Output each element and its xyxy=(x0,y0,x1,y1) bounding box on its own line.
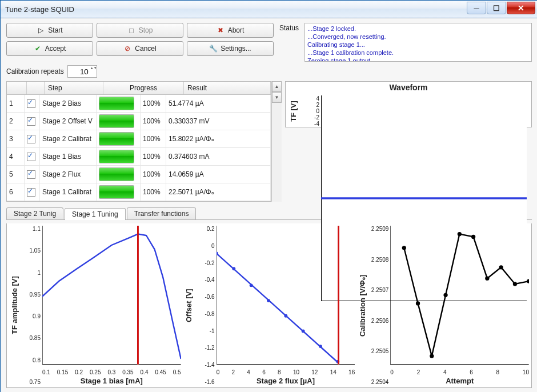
plot-0-xlabel: Stage 1 bias [mA] xyxy=(42,375,181,385)
row-step: Stage 2 Calibrat xyxy=(40,130,97,147)
col-progress-header: Progress xyxy=(103,82,184,94)
row-step: Stage 2 Offset V xyxy=(40,113,97,130)
row-result: 0.330337 mV xyxy=(166,113,271,130)
status-line: ...Stage 1 calibration complete. xyxy=(307,49,529,57)
scroll-up-icon[interactable]: ▲ xyxy=(272,81,282,92)
plot-1-xlabel: Stage 2 flux [µA] xyxy=(217,375,355,385)
tab-stage-2-tunig[interactable]: Stage 2 Tunig xyxy=(6,207,63,219)
svg-point-10 xyxy=(249,283,253,287)
col-step-header: Step xyxy=(45,82,103,94)
settings-button[interactable]: 🔧 Settings... xyxy=(187,41,274,56)
svg-point-28 xyxy=(527,279,529,283)
waveform-title: Waveform xyxy=(286,82,531,93)
plot-0-yticks: 1.11.0510.950.90.850.80.75 xyxy=(20,226,42,385)
row-checkbox[interactable] xyxy=(27,170,35,179)
row-index: 1 xyxy=(7,95,25,112)
accept-button[interactable]: ✔ Accept xyxy=(6,41,93,56)
svg-point-25 xyxy=(486,277,490,281)
table-row: 3 Stage 2 Calibrat 100% 15.8022 µA/Φₒ xyxy=(7,130,271,148)
svg-point-27 xyxy=(513,282,517,286)
row-result: 51.4774 µA xyxy=(166,95,271,112)
col-check-header xyxy=(27,82,45,94)
waveform-yticks: 420-2-4 xyxy=(299,95,321,127)
row-checkbox[interactable] xyxy=(27,188,35,197)
waveform-ylabel: TF [V] xyxy=(288,95,299,127)
abort-button[interactable]: ✖ Abort xyxy=(187,23,274,38)
svg-point-20 xyxy=(416,301,420,305)
table-row: 5 Stage 2 Flux 100% 14.0659 µA xyxy=(7,166,271,183)
svg-point-19 xyxy=(402,246,406,250)
plot-1-xticks: 0246810121416 xyxy=(217,368,355,375)
plot-0-ylabel: TF amplitude [V] xyxy=(9,226,20,385)
row-result: 15.8022 µA/Φₒ xyxy=(166,130,271,147)
row-index: 4 xyxy=(7,148,25,165)
start-button-label: Start xyxy=(48,26,62,34)
row-index: 2 xyxy=(7,113,25,130)
accept-button-label: Accept xyxy=(45,45,66,53)
svg-point-26 xyxy=(499,265,503,269)
repeats-spinner[interactable]: ▲▼ xyxy=(90,66,96,75)
plot-1-ylabel: Offset [V] xyxy=(183,226,194,385)
table-row: 6 Stage 1 Calibrat 100% 22.5071 µA/Φₒ xyxy=(7,183,271,201)
row-index: 5 xyxy=(7,166,25,183)
scroll-down-icon[interactable]: ▼ xyxy=(272,92,282,103)
plot-1: Offset [V] 0.20-0.2-0.4-0.6-0.8-1-1.2-1.… xyxy=(183,226,355,385)
status-label: Status xyxy=(277,23,301,32)
status-line: Calibrating stage 1... xyxy=(307,41,529,49)
plot-0: TF amplitude [V] 1.11.0510.950.90.850.80… xyxy=(9,226,181,385)
row-checkbox[interactable] xyxy=(27,117,35,126)
play-icon: ▷ xyxy=(37,26,45,34)
row-progress-pct: 100% xyxy=(141,130,166,147)
svg-point-14 xyxy=(319,345,322,348)
row-step: Stage 2 Bias xyxy=(40,95,97,112)
abort-button-label: Abort xyxy=(228,26,245,34)
cancel-icon: ⊘ xyxy=(123,45,131,53)
svg-point-12 xyxy=(284,314,287,318)
cancel-button-label: Cancel xyxy=(135,45,156,53)
check-icon: ✔ xyxy=(34,45,42,53)
svg-point-23 xyxy=(458,232,462,236)
row-step: Stage 1 Calibrat xyxy=(40,183,97,201)
status-line: ...Converged, now resetting. xyxy=(307,33,529,41)
plot-0-canvas xyxy=(42,226,181,368)
titlebar: Tune 2-stage SQUID ─ ☐ ✕ xyxy=(1,1,537,18)
svg-point-21 xyxy=(430,354,434,358)
close-button[interactable]: ✕ xyxy=(507,2,535,14)
row-progress-pct: 100% xyxy=(141,95,166,112)
tab-transfer-functions[interactable]: Transfer functions xyxy=(127,207,197,219)
table-row: 2 Stage 2 Offset V 100% 0.330337 mV xyxy=(7,113,271,130)
plot-2: Calibration [V/Φₒ] 2.25092.25082.25072.2… xyxy=(357,226,529,385)
waveform-plot xyxy=(321,95,527,110)
svg-point-11 xyxy=(267,299,270,302)
stop-button[interactable]: ◻ Stop xyxy=(97,23,183,38)
plot-2-yticks: 2.25092.25082.25072.25062.25052.2504 xyxy=(368,226,390,385)
plot-1-yticks: 0.20-0.2-0.4-0.6-0.8-1-1.2-1.4-1.6 xyxy=(194,226,217,385)
maximize-button[interactable]: ☐ xyxy=(487,2,506,14)
svg-point-13 xyxy=(301,330,304,333)
tab-stage-1-tuning[interactable]: Stage 1 Tuning xyxy=(65,208,126,220)
plot-2-canvas xyxy=(390,226,529,368)
stop-icon: ◻ xyxy=(127,26,135,34)
row-progress-bar xyxy=(99,185,134,199)
status-line: Zeroing stage 1 output... xyxy=(307,57,529,62)
row-step: Stage 1 Bias xyxy=(40,148,97,165)
status-line: ...Stage 2 locked. xyxy=(307,25,529,33)
row-progress-bar xyxy=(99,97,134,110)
svg-point-22 xyxy=(444,293,448,297)
row-progress-pct: 100% xyxy=(141,113,166,130)
col-index-header xyxy=(7,82,27,94)
row-result: 22.5071 µA/Φₒ xyxy=(166,183,271,201)
row-progress-pct: 100% xyxy=(141,183,166,201)
row-result: 0.374603 mA xyxy=(166,148,271,165)
row-checkbox[interactable] xyxy=(27,99,35,108)
table-scrollbar[interactable]: ▲ ▼ xyxy=(271,81,282,202)
cancel-button[interactable]: ⊘ Cancel xyxy=(97,41,183,56)
start-button[interactable]: ▷ Start xyxy=(6,23,93,38)
plot-2-xlabel: Attempt xyxy=(390,375,529,385)
row-step: Stage 2 Flux xyxy=(40,166,97,183)
row-progress-bar xyxy=(99,167,134,181)
settings-button-label: Settings... xyxy=(221,45,251,53)
row-checkbox[interactable] xyxy=(27,135,35,143)
row-checkbox[interactable] xyxy=(27,153,35,161)
minimize-button[interactable]: ─ xyxy=(467,2,486,14)
